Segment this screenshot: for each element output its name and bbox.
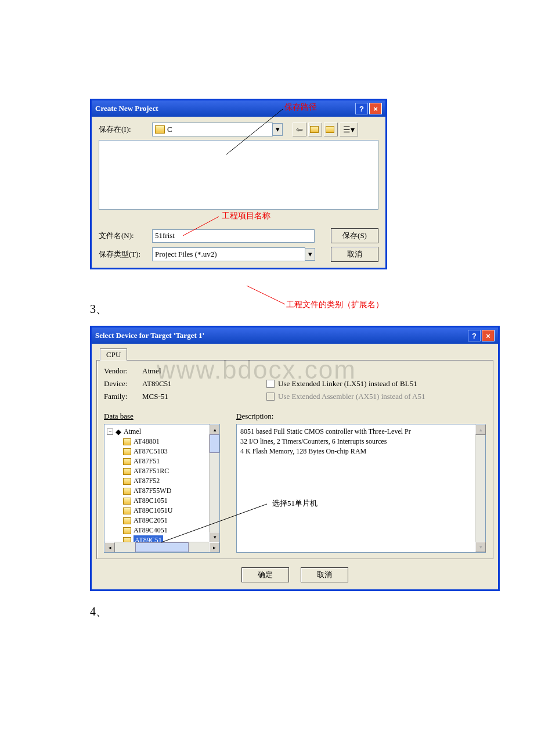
help-icon[interactable]: ? xyxy=(468,330,481,341)
vendor-label: Vendor: xyxy=(104,366,142,376)
device-label: Device: xyxy=(104,379,142,388)
save-in-dropdown[interactable]: C xyxy=(152,123,273,136)
vendor-value: Atmel xyxy=(142,366,161,376)
cancel-button[interactable]: 取消 xyxy=(301,567,348,582)
family-value: MCS-51 xyxy=(142,392,168,401)
back-icon[interactable]: ⇦ xyxy=(293,123,306,136)
scrollbar-vertical[interactable]: ▴ ▾ xyxy=(209,424,219,542)
list-number-4: 4、 xyxy=(90,604,444,620)
filetype-dropdown[interactable]: Project Files (*.uv2) xyxy=(152,247,305,261)
linker-label: Use Extended Linker (LX51) instead of BL… xyxy=(278,379,417,388)
close-icon[interactable]: × xyxy=(482,330,495,341)
titlebar: Create New Project ? × xyxy=(92,100,385,117)
scrollbar-horizontal[interactable]: ◂ ▸ xyxy=(104,542,219,552)
view-menu-icon[interactable]: ☰▾ xyxy=(340,123,358,136)
annotation-project-name: 工程项目名称 xyxy=(222,211,270,221)
asm-checkbox xyxy=(266,393,275,401)
select-device-dialog: Select Device for Target 'Target 1' ? × … xyxy=(90,326,500,591)
annotation-save-path: 保存路径 xyxy=(284,102,317,113)
help-icon[interactable]: ? xyxy=(355,103,368,114)
description-box: 8051 based Full Static CMOS controller w… xyxy=(236,424,486,553)
dialog-title: Select Device for Target 'Target 1' xyxy=(95,331,204,340)
annotation-select-mcu: 选择51单片机 xyxy=(270,498,319,509)
titlebar: Select Device for Target 'Target 1' ? × xyxy=(92,327,498,344)
filename-input[interactable]: 51frist xyxy=(152,229,315,243)
ok-button[interactable]: 确定 xyxy=(241,567,289,582)
cancel-button[interactable]: 取消 xyxy=(331,247,378,262)
filetype-label: 保存类型(T): xyxy=(99,249,152,260)
filename-label: 文件名(N): xyxy=(99,231,152,241)
description-label: Description: xyxy=(236,412,486,421)
family-label: Family: xyxy=(104,392,142,401)
linker-checkbox[interactable] xyxy=(266,380,275,388)
save-in-label: 保存在(I): xyxy=(99,124,152,135)
chevron-down-icon[interactable]: ▾ xyxy=(272,123,283,136)
new-folder-icon[interactable] xyxy=(324,123,338,136)
device-value: AT89C51 xyxy=(142,379,172,388)
tab-cpu[interactable]: CPU xyxy=(100,348,127,361)
database-label: Data base xyxy=(104,412,220,421)
file-list[interactable] xyxy=(99,140,378,210)
device-tree[interactable]: −◆AtmelAT48801AT87C5103AT87F51AT87F51RCA… xyxy=(104,424,220,553)
dialog-title: Create New Project xyxy=(95,104,158,113)
create-project-dialog: Create New Project ? × 保存在(I): C ▾ ⇦ ☰▾ … xyxy=(90,99,387,269)
save-button[interactable]: 保存(S) xyxy=(331,228,378,243)
asm-label: Use Extended Assembler (AX51) instead of… xyxy=(278,392,425,401)
close-icon[interactable]: × xyxy=(369,103,382,114)
list-number-3: 3、 xyxy=(90,301,444,317)
up-folder-icon[interactable] xyxy=(308,123,322,136)
annotation-file-type: 工程文件的类别（扩展名） xyxy=(286,300,384,310)
chevron-down-icon[interactable]: ▾ xyxy=(305,248,315,261)
